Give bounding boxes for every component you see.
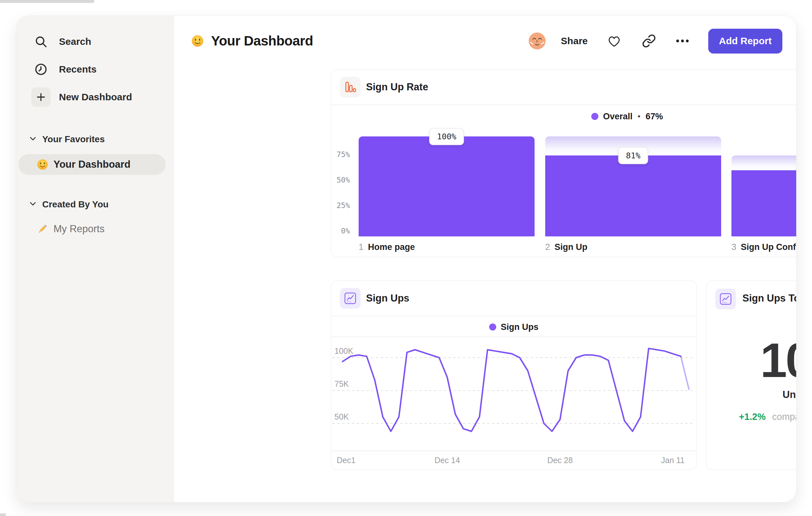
funnel-y-tick-label: 0% bbox=[331, 227, 350, 235]
legend-series-name: Sign Ups bbox=[501, 322, 539, 332]
search-icon bbox=[31, 31, 51, 52]
more-options-icon[interactable] bbox=[673, 32, 692, 50]
title-group: Your Dashboard bbox=[191, 33, 313, 49]
funnel-bar-step-2[interactable] bbox=[545, 156, 721, 236]
funnel-bar-step-3[interactable] bbox=[731, 170, 796, 236]
smiley-emoji-icon bbox=[37, 159, 48, 170]
line-series-path-incomplete bbox=[681, 356, 689, 389]
line-x-tick-label: Dec 28 bbox=[547, 456, 573, 465]
chevron-down-icon bbox=[29, 201, 36, 208]
card-header: Sign Up Rate bbox=[331, 70, 796, 105]
line-chart-icon bbox=[715, 289, 736, 309]
section-title: Created By You bbox=[42, 199, 109, 210]
line-x-tick-label: Jan 11 bbox=[661, 456, 685, 465]
sidebar-item-label: New Dashboard bbox=[59, 91, 132, 103]
header-actions: Share bbox=[528, 29, 782, 54]
sidebar-section-your-favorites[interactable]: Your Favorites bbox=[29, 133, 105, 146]
funnel-chart-icon bbox=[340, 77, 360, 98]
sign-ups-today-card: Sign Ups Today 100K Unique Users +1.2% c… bbox=[706, 280, 796, 470]
line-chart-icon bbox=[340, 288, 360, 309]
funnel-bar-ghost-step-3 bbox=[731, 156, 796, 171]
sidebar-section-created-by-you[interactable]: Created By You bbox=[29, 198, 109, 211]
favorite-heart-icon[interactable] bbox=[605, 32, 623, 50]
sidebar-item-label: My Reports bbox=[54, 223, 105, 235]
line-chart-x-axis: Dec1Dec 14Dec 28Jan 11 bbox=[331, 451, 696, 470]
card-header: Sign Ups Today bbox=[706, 281, 796, 316]
metric-value: 100K bbox=[706, 332, 796, 388]
funnel-plot: 75%50%25%0%100%1Home page81%2Sign Up82%3… bbox=[331, 105, 796, 257]
smiley-emoji-icon bbox=[191, 34, 204, 47]
line-y-tick-label: 50K bbox=[335, 412, 349, 421]
line-y-tick-label: 100K bbox=[335, 346, 353, 355]
add-report-button[interactable]: Add Report bbox=[708, 29, 782, 54]
funnel-step-label: 3Sign Up Confirmation bbox=[731, 242, 796, 252]
app-window: Search Recents New D bbox=[16, 16, 796, 503]
main-content: Your Dashboard Sha bbox=[174, 16, 796, 502]
screen-edge-artifact bbox=[0, 0, 94, 3]
legend-dot bbox=[489, 323, 496, 331]
metric-label: Unique Users bbox=[706, 389, 796, 401]
card-title: Sign Up Rate bbox=[366, 70, 428, 105]
sidebar-item-recents[interactable]: Recents bbox=[31, 59, 97, 80]
section-title: Your Favorites bbox=[42, 134, 105, 144]
plus-icon bbox=[31, 87, 51, 107]
sidebar-item-new-dashboard[interactable]: New Dashboard bbox=[31, 87, 132, 107]
line-x-tick-label: Dec 14 bbox=[434, 456, 460, 465]
line-x-tick-label: Dec1 bbox=[337, 456, 355, 465]
funnel-step-label: 2Sign Up bbox=[545, 242, 587, 252]
funnel-y-tick-label: 50% bbox=[331, 176, 350, 184]
line-legend[interactable]: Sign Ups bbox=[331, 320, 696, 334]
sidebar-item-your-dashboard[interactable]: Your Dashboard bbox=[18, 154, 166, 175]
avatar[interactable] bbox=[528, 32, 546, 50]
page-title: Your Dashboard bbox=[211, 33, 313, 49]
funnel-y-tick-label: 75% bbox=[331, 150, 350, 159]
funnel-y-tick-label: 25% bbox=[331, 201, 350, 210]
sign-up-rate-card: Sign Up Rate Overall • 67% bbox=[331, 69, 796, 257]
sidebar: Search Recents New D bbox=[17, 16, 174, 502]
pencil-emoji-icon bbox=[37, 223, 48, 235]
funnel-step-label: 1Home page bbox=[359, 242, 415, 252]
line-y-tick-label: 75K bbox=[335, 379, 349, 388]
clock-icon bbox=[31, 59, 51, 80]
chevron-down-icon bbox=[29, 136, 36, 143]
metric-delta: +1.2% bbox=[739, 411, 765, 422]
card-header: Sign Ups bbox=[331, 281, 696, 316]
funnel-bar-step-1[interactable] bbox=[359, 136, 534, 236]
sidebar-item-label: Search bbox=[59, 36, 91, 47]
sidebar-item-search[interactable]: Search bbox=[31, 31, 91, 52]
metric-delta-note: compared to previous period bbox=[772, 411, 796, 422]
divider bbox=[331, 316, 696, 316]
card-title: Sign Ups bbox=[366, 281, 409, 316]
sign-ups-card: Sign Ups Sign Ups 100K75K50K Dec1Dec 14D… bbox=[331, 280, 697, 470]
page: Search Recents New D bbox=[0, 0, 812, 516]
sidebar-item-label: Recents bbox=[59, 64, 97, 75]
line-chart-plot: 100K75K50K bbox=[331, 336, 696, 451]
share-button[interactable]: Share bbox=[561, 35, 588, 47]
funnel-conversion-badge-step-1: 100% bbox=[429, 128, 464, 145]
sidebar-item-label: Your Dashboard bbox=[54, 159, 130, 170]
copy-link-icon[interactable] bbox=[640, 32, 658, 50]
line-series-path bbox=[343, 348, 681, 431]
metric-delta-row: +1.2% compared to previous period bbox=[706, 411, 796, 422]
screen-edge-artifact-bottom bbox=[0, 513, 6, 516]
funnel-conversion-badge-step-2: 81% bbox=[618, 147, 648, 164]
sidebar-item-my-reports[interactable]: My Reports bbox=[18, 219, 166, 239]
card-title: Sign Ups Today bbox=[743, 281, 796, 316]
dashboard-header: Your Dashboard Sha bbox=[191, 29, 782, 53]
